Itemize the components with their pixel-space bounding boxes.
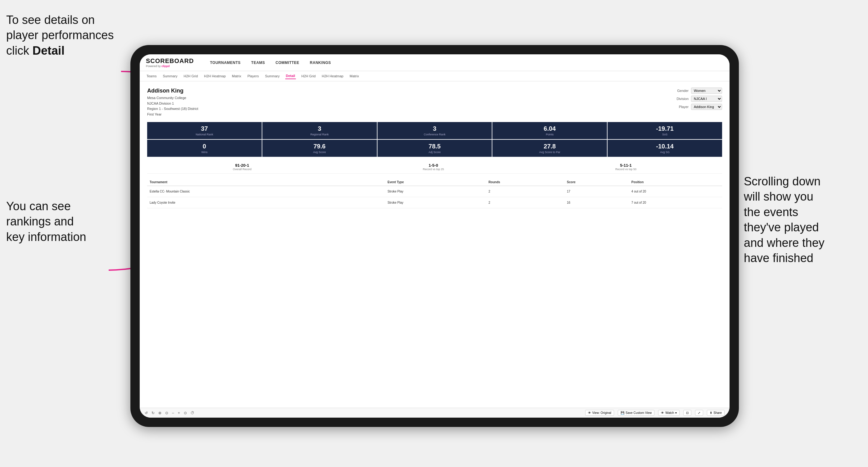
cell-tournament: Lady Coyote Invite <box>147 197 361 208</box>
subnav-h2h-grid2[interactable]: H2H Grid <box>301 73 316 79</box>
subnav-detail[interactable]: Detail <box>285 73 296 79</box>
undo-button[interactable]: ↺ <box>145 411 148 415</box>
logo-area: SCOREBOARD Powered by clippd <box>146 57 194 68</box>
sub-navbar: Teams Summary H2H Grid H2H Heatmap Matri… <box>140 71 730 81</box>
table-header-row: Tournament Event Type Rounds Score Posit… <box>147 179 722 186</box>
share-label: Share <box>713 411 722 414</box>
player-label: Player <box>679 105 688 109</box>
cell-event-type: Stroke Play <box>385 186 486 197</box>
col-rounds: Rounds <box>486 179 564 186</box>
player-header: Addison King Mesa Community College NJCA… <box>147 88 722 117</box>
player-year: First Year <box>147 112 198 117</box>
subnav-teams[interactable]: Teams <box>146 73 157 79</box>
stat-cell: 37National Rank <box>147 122 262 139</box>
top-navbar: SCOREBOARD Powered by clippd TOURNAMENTS… <box>140 54 730 71</box>
stat-cell: 3Conference Rank <box>377 122 492 139</box>
table-row: Lady Coyote Invite Stroke Play 2 16 7 ou… <box>147 197 722 208</box>
stats-row1: 37National Rank3Regional Rank3Conference… <box>147 122 722 139</box>
view-original-icon: 👁 <box>588 411 591 414</box>
stats-row2: 0Wins79.6Avg Score78.5Adj Score27.8Avg S… <box>147 140 722 157</box>
col-tournament: Tournament <box>147 179 361 186</box>
watch-icon: 👁 <box>661 411 664 414</box>
zoom-minus-button[interactable]: – <box>172 411 174 415</box>
division-select[interactable]: NJCAA I NJCAA II <box>691 96 722 102</box>
subnav-matrix[interactable]: Matrix <box>231 73 242 79</box>
stat-cell: 0Wins <box>147 140 262 157</box>
subnav-h2h-heatmap2[interactable]: H2H Heatmap <box>321 73 344 79</box>
player-school: Mesa Community College <box>147 95 198 101</box>
main-panel: Addison King Mesa Community College NJCA… <box>140 81 730 408</box>
record-item: 5-11-1Record vs top 50 <box>615 163 637 171</box>
table-row: Estella CC- Mountain Classic Stroke Play… <box>147 186 722 197</box>
cell-position: 4 out of 20 <box>629 186 722 197</box>
col-position: Position <box>629 179 722 186</box>
redo-button[interactable]: ↻ <box>152 411 155 415</box>
annotation-topleft: To see details on player performances cl… <box>6 12 118 58</box>
col-event-type: Event Type <box>385 179 486 186</box>
subnav-h2h-heatmap[interactable]: H2H Heatmap <box>203 73 226 79</box>
save-custom-label: Save Custom View <box>625 411 652 414</box>
subnav-matrix2[interactable]: Matrix <box>349 73 360 79</box>
expand-button[interactable]: ⤢ <box>695 410 703 416</box>
player-select[interactable]: Addison King <box>691 104 722 110</box>
division-label: Division <box>677 97 688 101</box>
annotation-bottomright: Scrolling down will show you the events … <box>744 174 862 266</box>
cell-rounds: 2 <box>486 186 564 197</box>
save-icon: 💾 <box>621 411 624 414</box>
screen-button[interactable]: ⊡ <box>683 410 691 416</box>
record-item: 1-5-0Record vs top 25 <box>423 163 444 171</box>
player-region: Region 1 - Southwest (18) District <box>147 106 198 112</box>
tablet-frame: SCOREBOARD Powered by clippd TOURNAMENTS… <box>130 45 739 427</box>
share-button[interactable]: ⬆ Share <box>707 410 724 416</box>
subnav-players[interactable]: Players <box>247 73 259 79</box>
settings-button[interactable]: ⊙ <box>184 411 187 415</box>
cell-event-type: Stroke Play <box>385 197 486 208</box>
timer-button[interactable]: ⏱ <box>191 411 194 415</box>
app-container: SCOREBOARD Powered by clippd TOURNAMENTS… <box>140 54 730 417</box>
gender-select[interactable]: Women Men <box>691 88 722 94</box>
stat-cell: 27.8Avg Score to Par <box>492 140 607 157</box>
tablet-screen: SCOREBOARD Powered by clippd TOURNAMENTS… <box>140 54 730 417</box>
view-original-label: View: Original <box>592 411 612 414</box>
col-score: Score <box>564 179 629 186</box>
stat-cell: 6.04Points <box>492 122 607 139</box>
zoom-fit-button[interactable]: ⊕ <box>158 411 161 415</box>
cell-empty <box>361 197 385 208</box>
nav-teams[interactable]: TEAMS <box>251 59 266 66</box>
gender-label: Gender <box>677 89 688 93</box>
cell-rounds: 2 <box>486 197 564 208</box>
nav-tournaments[interactable]: TOURNAMENTS <box>209 59 241 66</box>
stat-cell: 79.6Avg Score <box>262 140 377 157</box>
subnav-summary[interactable]: Summary <box>162 73 178 79</box>
stat-cell: 3Regional Rank <box>262 122 377 139</box>
gender-filter: Gender Women Men <box>677 88 722 94</box>
record-row: 91-20-1Overall Record1-5-0Record vs top … <box>147 160 722 174</box>
logo-scoreboard: SCOREBOARD <box>146 57 194 65</box>
cell-score: 16 <box>564 197 629 208</box>
watch-label: Watch <box>665 411 674 414</box>
logo-powered: Powered by clippd <box>146 65 194 68</box>
subnav-summary2[interactable]: Summary <box>265 73 280 79</box>
watch-button[interactable]: 👁 Watch ▾ <box>658 410 680 416</box>
player-info: Addison King Mesa Community College NJCA… <box>147 88 198 117</box>
cell-tournament: Estella CC- Mountain Classic <box>147 186 361 197</box>
player-filters: Gender Women Men Division NJCAA I <box>677 88 722 110</box>
cell-score: 17 <box>564 186 629 197</box>
col-empty <box>361 179 385 186</box>
player-name: Addison King <box>147 88 198 94</box>
nav-committee[interactable]: COMMITTEE <box>275 59 300 66</box>
cell-position: 7 out of 20 <box>629 197 722 208</box>
zoom-plus-button[interactable]: + <box>178 411 180 415</box>
stat-cell: -10.14Avg SG <box>608 140 722 157</box>
bottom-toolbar: ↺ ↻ ⊕ ⊙ – + ⊙ ⏱ 👁 View: Original 💾 Save … <box>140 408 730 417</box>
save-custom-view-button[interactable]: 💾 Save Custom View <box>618 410 654 416</box>
tournament-table: Tournament Event Type Rounds Score Posit… <box>147 179 722 208</box>
nav-rankings[interactable]: RANKINGS <box>309 59 332 66</box>
stat-cell: 78.5Adj Score <box>377 140 492 157</box>
subnav-h2h-grid[interactable]: H2H Grid <box>183 73 198 79</box>
annotation-bottomleft: You can see rankings and key information <box>6 199 112 245</box>
zoom-out-button[interactable]: ⊙ <box>165 411 168 415</box>
cell-empty <box>361 186 385 197</box>
view-original-button[interactable]: 👁 View: Original <box>585 410 614 416</box>
share-icon: ⬆ <box>710 411 712 414</box>
